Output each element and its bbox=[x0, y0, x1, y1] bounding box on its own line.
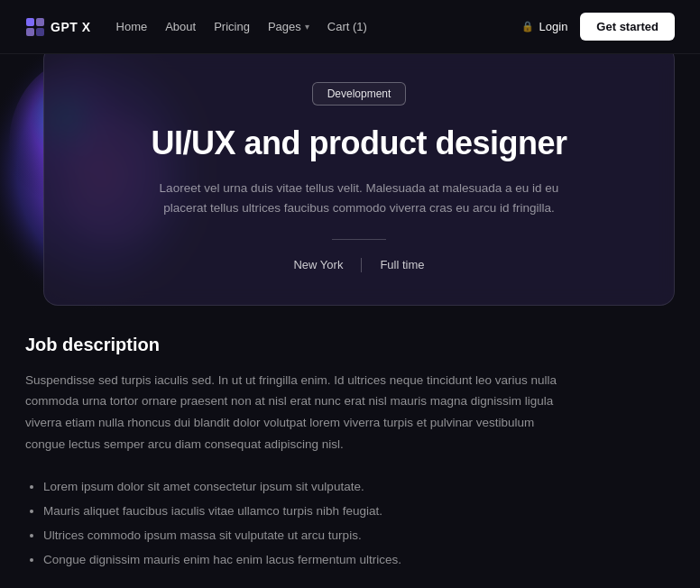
navbar: GPT X Home About Pricing Pages ▾ Cart (1… bbox=[0, 0, 700, 54]
hero-job-type: Full time bbox=[362, 258, 442, 271]
hero-divider bbox=[332, 239, 386, 240]
hero-meta: New York Full time bbox=[89, 258, 629, 272]
job-description-body: Suspendisse sed turpis iaculis sed. In u… bbox=[25, 370, 566, 455]
nav-about[interactable]: About bbox=[165, 20, 196, 33]
hero-card: Development UI/UX and product designer L… bbox=[43, 45, 675, 306]
svg-rect-3 bbox=[36, 28, 44, 36]
hero-section: Development UI/UX and product designer L… bbox=[0, 45, 700, 306]
nav-pages[interactable]: Pages ▾ bbox=[268, 20, 309, 33]
nav-pricing[interactable]: Pricing bbox=[214, 20, 250, 33]
svg-rect-1 bbox=[36, 18, 44, 26]
bullet-list: Lorem ipsum dolor sit amet consectetur i… bbox=[25, 474, 675, 572]
job-description-title: Job description bbox=[25, 335, 675, 355]
list-item: Congue dignissim mauris enim hac enim la… bbox=[43, 547, 675, 572]
hero-subtitle: Laoreet vel urna duis vitae tellus velit… bbox=[143, 179, 576, 219]
nav-left: GPT X Home About Pricing Pages ▾ Cart (1… bbox=[25, 17, 367, 37]
list-item: Ultrices commodo ipsum massa sit vulputa… bbox=[43, 523, 675, 547]
nav-home[interactable]: Home bbox=[116, 20, 148, 33]
chevron-down-icon: ▾ bbox=[305, 22, 309, 32]
nav-cart[interactable]: Cart (1) bbox=[327, 20, 367, 33]
svg-rect-0 bbox=[26, 18, 34, 26]
nav-right: 🔒 Login Get started bbox=[521, 13, 675, 41]
hero-title: UI/UX and product designer bbox=[89, 124, 629, 162]
svg-rect-2 bbox=[26, 28, 34, 36]
dev-badge: Development bbox=[312, 82, 407, 106]
list-item: Lorem ipsum dolor sit amet consectetur i… bbox=[43, 474, 675, 499]
logo-icon bbox=[25, 17, 45, 37]
lock-icon: 🔒 bbox=[521, 21, 534, 32]
nav-links: Home About Pricing Pages ▾ Cart (1) bbox=[116, 20, 367, 33]
get-started-button[interactable]: Get started bbox=[580, 13, 675, 41]
list-item: Mauris aliquet faucibus iaculis vitae ul… bbox=[43, 499, 675, 523]
content-section: Job description Suspendisse sed turpis i… bbox=[0, 306, 700, 588]
logo[interactable]: GPT X bbox=[25, 17, 91, 37]
logo-text: GPT X bbox=[51, 20, 91, 34]
login-button[interactable]: 🔒 Login bbox=[521, 20, 568, 33]
hero-location: New York bbox=[275, 258, 361, 271]
